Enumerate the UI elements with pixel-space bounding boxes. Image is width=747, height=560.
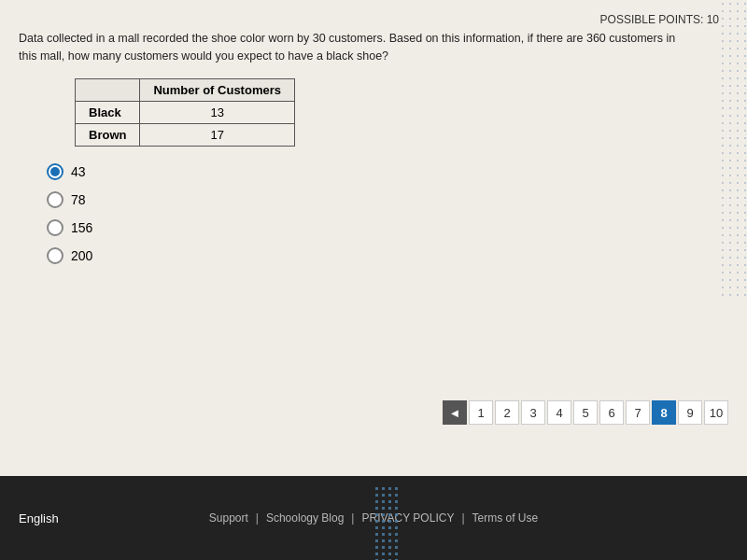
radio-43[interactable] [47,163,63,180]
page-8[interactable]: 8 [652,400,676,425]
page-5[interactable]: 5 [573,400,598,425]
points-bar: POSSIBLE POINTS: 10 [19,9,728,30]
footer-blog-link[interactable]: Schoology Blog [266,511,344,525]
option-43[interactable]: 43 [47,163,728,180]
option-156-label: 156 [71,220,92,235]
footer: English Support | Schoology Blog | PRIVA… [0,476,747,560]
table-count-brown: 17 [140,123,295,146]
footer-dots [374,485,402,560]
pagination-prev[interactable]: ◄ [443,400,467,425]
page-9[interactable]: 9 [678,400,702,425]
question-text: Data collected in a mall recorded the sh… [19,30,691,65]
table-count-header: Number of Customers [140,78,295,101]
pagination: ◄ 1 2 3 4 5 6 7 8 9 10 [443,400,728,425]
radio-78[interactable] [47,191,63,208]
footer-language: English [19,511,59,525]
footer-sep-2: | [351,511,354,525]
table-row: Brown 17 [76,123,295,146]
option-200-label: 200 [71,248,92,263]
radio-200[interactable] [47,247,63,264]
table-color-black: Black [76,101,140,123]
table-count-black: 13 [140,101,295,123]
points-label: POSSIBLE POINTS: [600,13,704,26]
option-78-label: 78 [71,192,86,207]
main-content: POSSIBLE POINTS: 10 Data collected in a … [0,0,747,476]
table-row: Black 13 [76,101,295,123]
page-3[interactable]: 3 [521,400,545,425]
page-10[interactable]: 10 [704,400,728,425]
dots-decoration [719,0,747,299]
options-container: 43 78 156 200 [47,163,728,264]
points-value: 10 [707,13,719,26]
footer-support-link[interactable]: Support [209,511,248,525]
footer-sep-3: | [461,511,464,525]
footer-sep-1: | [256,511,259,525]
table-color-header [76,78,140,101]
option-43-label: 43 [71,164,86,179]
data-table: Number of Customers Black 13 Brown 17 [75,78,295,147]
footer-terms-link[interactable]: Terms of Use [472,511,539,525]
option-200[interactable]: 200 [47,247,728,264]
page-7[interactable]: 7 [626,400,650,425]
page-4[interactable]: 4 [547,400,571,425]
option-156[interactable]: 156 [47,219,728,236]
option-78[interactable]: 78 [47,191,728,208]
page-2[interactable]: 2 [495,400,519,425]
table-color-brown: Brown [76,123,140,146]
radio-156[interactable] [47,219,63,236]
page-6[interactable]: 6 [599,400,624,425]
page-1[interactable]: 1 [469,400,493,425]
